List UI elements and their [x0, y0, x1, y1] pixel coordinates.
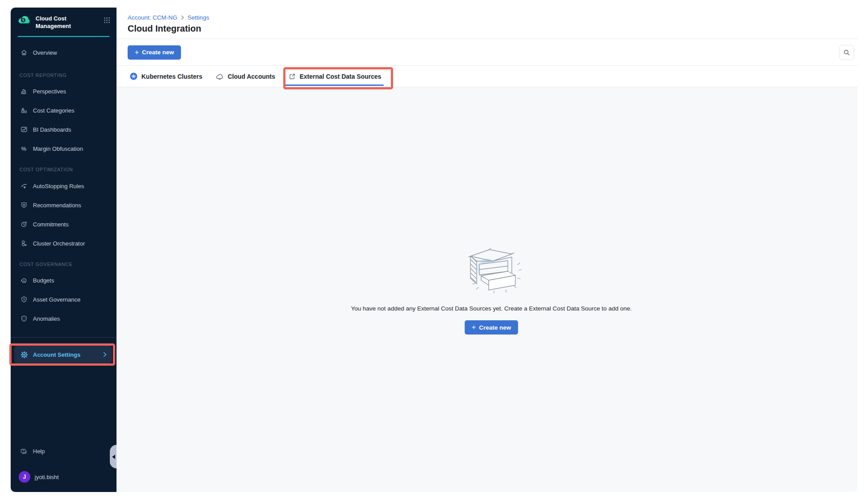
open-drawer-sketch-illustration	[462, 244, 522, 294]
brand-title: Cloud Cost Management	[36, 14, 99, 30]
kubernetes-icon	[130, 73, 137, 80]
breadcrumb-account-link[interactable]: Account: CCM-NG	[128, 14, 177, 21]
shield-alert-icon: !	[20, 315, 28, 323]
create-new-button[interactable]: + Create new	[128, 45, 181, 60]
tab-cloud-accounts[interactable]: Cloud Accounts	[216, 66, 275, 87]
piggy-bank-icon: $	[20, 277, 28, 284]
cluster-orchestrator-icon	[20, 240, 28, 247]
svg-text:$: $	[23, 298, 25, 301]
plus-icon: +	[472, 324, 476, 331]
sidebar-item-help[interactable]: ? Help	[11, 448, 45, 455]
sidebar-section-cost-governance: COST GOVERNANCE	[11, 262, 117, 267]
sidebar-item-label: Perspectives	[33, 88, 66, 95]
breadcrumb-settings-link[interactable]: Settings	[188, 14, 209, 21]
sidebar-item-budgets[interactable]: $ Budgets	[11, 275, 117, 286]
bar-chart-icon	[20, 88, 28, 95]
create-new-label: Create new	[479, 324, 511, 331]
help-label: Help	[33, 448, 45, 455]
sidebar-item-perspectives[interactable]: Perspectives	[11, 86, 117, 97]
sidebar: $ Cloud Cost Management Overview COST	[11, 8, 117, 492]
user-menu[interactable]: J jyoti.bisht	[11, 471, 59, 483]
sidebar-section-cost-optimization: COST OPTIMIZATION	[11, 167, 117, 173]
tab-external-cost-data-sources[interactable]: External Cost Data Sources	[289, 66, 382, 87]
percent-icon: %	[20, 145, 28, 153]
sidebar-item-label: Budgets	[33, 277, 54, 284]
plus-icon: +	[135, 49, 139, 56]
recommendation-tag-icon	[20, 202, 28, 209]
shield-dollar-icon: $	[20, 296, 28, 303]
gear-icon	[20, 351, 28, 359]
breadcrumb-separator-icon	[181, 15, 184, 20]
external-source-icon	[289, 73, 296, 80]
sidebar-item-cost-categories[interactable]: Cost Categories	[11, 105, 117, 116]
sidebar-item-autostopping-rules[interactable]: AutoStopping Rules	[11, 181, 117, 191]
cloud-dollar-icon: $	[18, 14, 31, 24]
breadcrumb: Account: CCM-NG Settings	[128, 14, 857, 21]
help-chat-icon: ?	[20, 448, 28, 455]
module-accent-line	[18, 36, 109, 37]
svg-text:$: $	[23, 279, 25, 282]
sidebar-item-account-settings[interactable]: Account Settings	[14, 346, 112, 363]
app-window: $ Cloud Cost Management Overview COST	[11, 8, 857, 492]
clock-refresh-icon	[20, 221, 28, 228]
collapse-left-icon	[112, 455, 115, 459]
empty-create-new-button[interactable]: + Create new	[465, 320, 518, 335]
sidebar-item-label: Overview	[33, 49, 57, 56]
sidebar-section-cost-reporting: COST REPORTING	[11, 73, 117, 78]
sidebar-header: $ Cloud Cost Management	[11, 8, 117, 30]
sidebar-item-asset-governance[interactable]: $ Asset Governance	[11, 294, 117, 305]
tab-label: External Cost Data Sources	[300, 73, 382, 80]
sidebar-item-overview[interactable]: Overview	[11, 47, 117, 58]
sidebar-item-label: Account Settings	[33, 351, 80, 358]
main-panel: Account: CCM-NG Settings Cloud Integrati…	[117, 8, 857, 492]
svg-text:$: $	[22, 18, 24, 22]
sidebar-item-label: Commitments	[33, 221, 68, 228]
sidebar-item-label: Cluster Orchestrator	[33, 240, 85, 247]
sidebar-item-label: Recommendations	[33, 202, 81, 209]
sidebar-item-margin-obfuscation[interactable]: % Margin Obfuscation	[11, 143, 117, 154]
sidebar-item-label: AutoStopping Rules	[33, 183, 84, 190]
app-grid-icon[interactable]	[104, 17, 110, 24]
page-title: Cloud Integration	[128, 24, 857, 34]
svg-text:!: !	[24, 317, 24, 320]
shapes-icon	[20, 107, 28, 114]
sidebar-item-bi-dashboards[interactable]: BI Dashboards	[11, 124, 117, 135]
sidebar-item-label: Asset Governance	[33, 296, 80, 303]
page-header: Account: CCM-NG Settings Cloud Integrati…	[117, 8, 857, 39]
sidebar-collapse-handle[interactable]	[110, 445, 117, 468]
sidebar-item-label: Cost Categories	[33, 107, 74, 114]
sidebar-item-commitments[interactable]: Commitments	[11, 219, 117, 230]
sidebar-item-label: BI Dashboards	[33, 126, 71, 133]
sidebar-divider	[11, 337, 117, 338]
sidebar-item-anomalies[interactable]: ! Anomalies	[11, 313, 117, 324]
cloud-icon	[216, 73, 224, 80]
tab-bar: Kubernetes Clusters Cloud Accounts	[117, 66, 857, 87]
dashboard-icon	[20, 126, 28, 133]
sidebar-item-label: Margin Obfuscation	[33, 145, 83, 152]
toolbar: + Create new	[117, 39, 857, 66]
tab-label: Cloud Accounts	[228, 73, 275, 80]
search-button[interactable]	[839, 45, 854, 60]
svg-text:?: ?	[22, 449, 24, 452]
tab-kubernetes-clusters[interactable]: Kubernetes Clusters	[130, 66, 202, 87]
chevron-right-icon	[103, 352, 107, 357]
create-new-label: Create new	[142, 49, 174, 56]
sidebar-item-cluster-orchestrator[interactable]: Cluster Orchestrator	[11, 238, 117, 249]
content-area: You have not added any External Cost Dat…	[117, 87, 857, 492]
autostopping-icon	[20, 182, 28, 190]
home-icon	[20, 49, 28, 56]
search-icon	[843, 49, 850, 56]
sidebar-item-label: Anomalies	[33, 315, 60, 322]
empty-state-message: You have not added any External Cost Dat…	[351, 305, 631, 312]
avatar: J	[19, 471, 30, 483]
sidebar-item-recommendations[interactable]: Recommendations	[11, 200, 117, 210]
username: jyoti.bisht	[35, 474, 59, 480]
tab-label: Kubernetes Clusters	[141, 73, 202, 80]
